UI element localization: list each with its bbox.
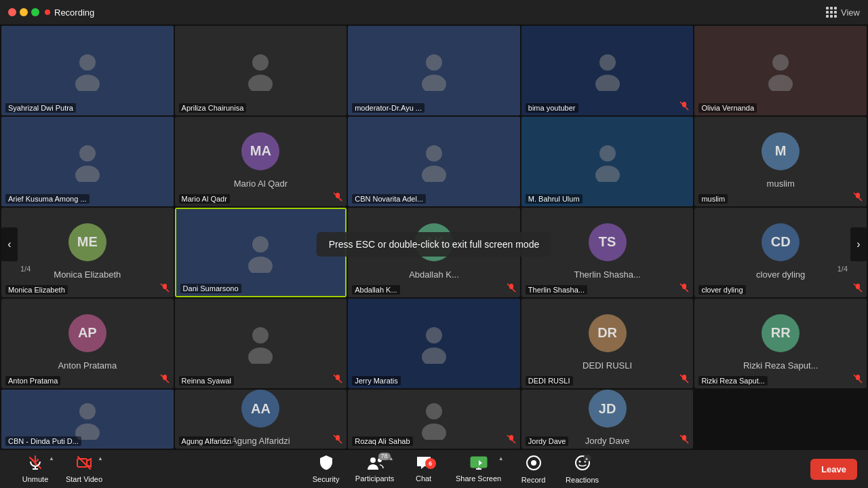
svg-point-0 [79,54,96,71]
start-video-label: Start Video [66,475,102,483]
video-cell[interactable]: ILCBN◆ Iku.topik Rozaq Ali Sahab [348,390,520,449]
video-cell[interactable]: TSTherlin Shasha...Therlin Shasha... [521,208,694,297]
participant-name-label: Abdallah K... [352,285,399,295]
unmute-button[interactable]: ▲ Unmute [11,450,60,488]
video-cell[interactable]: Mmuslimmuslim [694,117,867,206]
svg-point-69 [578,461,580,463]
recording-label: Recording [54,7,94,18]
video-cell[interactable]: APAnton PratamaAnton Pratama [1,299,174,388]
top-bar: Recording View [0,0,868,24]
svg-point-18 [599,145,616,162]
security-icon [319,455,334,474]
svg-point-35 [248,348,273,364]
security-button[interactable]: Security [302,450,351,488]
video-cell[interactable]: ILCBN◆ Iku.topik Syahrizal Dwi Putra [1,26,174,115]
svg-point-7 [595,75,620,91]
mute-icon [333,434,342,446]
recording-badge: Recording [45,7,94,18]
share-screen-caret[interactable]: ▲ [498,455,504,462]
participants-button[interactable]: ▲ 78 Participants [351,450,399,488]
chat-badge: 6 [425,458,436,469]
recording-dot [45,10,50,15]
svg-point-10 [772,54,789,71]
participant-name-label: Jordy Dave [526,436,569,446]
svg-point-49 [422,424,446,440]
top-bar-right: View [826,7,860,18]
video-cell[interactable]: ILCBN◆ Iku.topik Reinna Syawal [175,299,347,388]
traffic-lights [8,8,39,16]
chat-label: Chat [416,474,431,483]
prev-page-button[interactable]: ‹ [1,227,18,261]
video-cell[interactable]: AAAgung AlfaridziAgung Alfaridzi [175,390,347,449]
record-icon [525,454,542,474]
video-cell[interactable]: ILCBN◆ Iku.topik Jerry Maratis [348,299,520,388]
video-cell[interactable]: ILCBN◆ Iku.topik bima youtuber [521,26,694,115]
participant-name-label: Agung Alfaridzi [179,436,234,446]
view-label[interactable]: View [841,7,860,18]
fullscreen-button[interactable] [31,8,39,16]
participant-name-label: Arief Kusuma Among ... [5,194,90,204]
svg-point-3 [248,75,273,91]
svg-point-2 [252,54,269,71]
start-video-caret[interactable]: ▲ [98,455,103,462]
next-page-button[interactable]: › [850,227,867,261]
start-video-button[interactable]: ▲ Start Video [60,450,108,488]
participant-name-label: Rozaq Ali Sahab [352,436,412,446]
svg-point-19 [595,166,620,182]
video-cell[interactable]: ILCBN◆ Iku.topik CBN Novarita Adel... [348,117,520,206]
video-cell[interactable]: ILCBN◆ Iku.topik CBN - Dinda Puti D... [1,390,174,449]
participant-name-label: Anton Pratama [5,376,60,386]
video-cell[interactable]: DRDEDI RUSLIDEDI RUSLI [521,299,694,388]
video-cell[interactable]: ILCBN◆ Iku.topik Arief Kusuma Among ... [1,117,174,206]
video-cell[interactable]: AKAbdallah K...Abdallah K... [348,208,520,297]
video-cell[interactable]: ILCBN◆ Iku.topik Dani Sumarsono [175,208,347,297]
video-cell[interactable]: ILCBN◆ Iku.topik Apriliza Chairunisa [175,26,347,115]
page-indicator-left: 1/4 [20,265,31,273]
reactions-label: Reactions [566,476,599,484]
participant-name-label: muslim [698,194,728,204]
video-cell[interactable]: MEMonica ElizabethMonica Elizabeth [1,208,174,297]
toolbar: ▲ Unmute ▲ Start Video [0,450,868,488]
record-label: Record [521,476,545,484]
unmute-caret[interactable]: ▲ [49,455,54,462]
minimize-button[interactable] [20,8,28,16]
close-button[interactable] [8,8,16,16]
svg-point-16 [426,145,442,162]
video-cell[interactable]: ILCBN◆ Iku.topik Olivia Vernanda [694,26,867,115]
svg-point-17 [422,166,446,182]
participant-name-label: Apriliza Chairunisa [179,103,247,113]
share-screen-icon [470,455,488,473]
video-cell[interactable]: JDJordy DaveJordy Dave [521,390,694,449]
participant-name-label: Rizki Reza Saput... [698,376,768,386]
unmute-label: Unmute [22,475,49,483]
unmute-icon [27,455,43,474]
svg-point-60 [370,457,376,463]
participant-name-label: moderator-Dr.Ayu ... [352,103,425,113]
top-bar-left: Recording [8,7,94,18]
mute-icon [160,374,170,386]
reactions-icon: + [574,454,591,474]
chat-button[interactable]: 6 Chat [399,450,448,488]
reactions-button[interactable]: + Reactions [558,450,607,488]
participant-name-label: Dani Sumarsono [180,284,241,293]
video-cell[interactable]: ILCBN◆ Iku.topik M. Bahrul Ulum [521,117,694,206]
page-indicator-right: 1/4 [837,265,848,273]
svg-text:+: + [585,457,588,462]
video-cell[interactable]: CDclover dylingclover dyling [694,208,867,297]
share-screen-button[interactable]: ▲ Share Screen [448,450,509,488]
participant-name-label: Olivia Vernanda [698,103,757,113]
mute-icon [160,283,170,295]
leave-button[interactable]: Leave [810,459,857,480]
participant-name-label: M. Bahrul Ulum [526,194,583,204]
video-cell[interactable]: ILCBN◆ Iku.topik moderator-Dr.Ayu ... [348,26,520,115]
participants-icon: 78 [366,455,384,473]
video-cell[interactable]: RRRizki Reza Saput...Rizki Reza Saput... [694,299,867,388]
record-button[interactable]: Record [509,450,558,488]
mute-icon [853,374,863,386]
participant-name-label: Reinna Syawal [179,376,234,386]
participant-name-label: CBN Novarita Adel... [352,194,426,204]
video-cell[interactable]: MAMario Al QadrMario Al Qadr [175,117,347,206]
participant-name-label: Mario Al Qadr [179,194,230,204]
participant-name-label: Monica Elizabeth [5,285,68,295]
mute-icon [679,283,689,295]
